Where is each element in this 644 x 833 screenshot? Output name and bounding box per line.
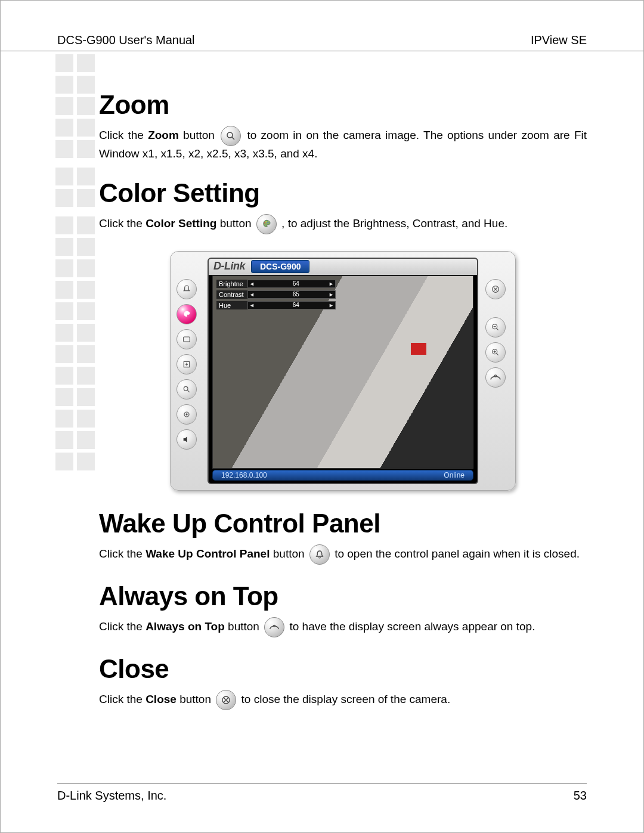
- hue-slider[interactable]: Hue ◄64►: [216, 301, 336, 309]
- bell-button[interactable]: [177, 279, 197, 299]
- contrast-slider[interactable]: Contrast ◄65►: [216, 290, 336, 299]
- camera-viewer: D-Link DCS-G900 Brightne ◄64► Contrast ◄…: [208, 258, 478, 484]
- search-button[interactable]: [177, 379, 197, 400]
- footer-company: D-Link Systems, Inc.: [57, 789, 166, 803]
- always-on-top-icon: [264, 617, 284, 637]
- header-right: IPView SE: [531, 33, 587, 47]
- svg-point-7: [184, 386, 188, 391]
- svg-line-16: [496, 328, 498, 330]
- brand-label: D-Link: [213, 260, 245, 272]
- save-button[interactable]: [177, 354, 197, 374]
- zoom-in-button[interactable]: [485, 342, 506, 363]
- decorative-squares: [55, 54, 97, 474]
- close-icon: [216, 690, 236, 710]
- connection-status: Online: [444, 471, 465, 479]
- svg-point-4: [267, 222, 268, 223]
- zoom-icon: [221, 126, 241, 146]
- close-paragraph: Click the Close button to close the disp…: [99, 690, 587, 710]
- wake-up-icon: [309, 544, 330, 565]
- zoom-paragraph: Click the Zoom button to zoom in on the …: [99, 126, 587, 162]
- right-toolbar: [482, 258, 509, 484]
- brightness-slider[interactable]: Brightne ◄64►: [216, 280, 336, 288]
- wake-heading: Wake Up Control Panel: [99, 509, 587, 538]
- zoom-heading: Zoom: [99, 90, 587, 120]
- svg-point-2: [264, 222, 265, 223]
- svg-line-20: [496, 353, 498, 355]
- always-on-top-paragraph: Click the Always on Top button to have t…: [99, 617, 587, 637]
- view-button[interactable]: [177, 329, 197, 349]
- svg-rect-5: [184, 337, 190, 342]
- model-tag: DCS-G900: [251, 260, 309, 273]
- camera-image: Brightne ◄64► Contrast ◄65► Hue ◄64►: [212, 275, 473, 469]
- ipview-app-window: D-Link DCS-G900 Brightne ◄64► Contrast ◄…: [170, 251, 516, 491]
- svg-point-10: [185, 413, 187, 415]
- svg-line-1: [232, 137, 235, 140]
- svg-point-3: [265, 221, 267, 222]
- close-heading: Close: [99, 654, 587, 684]
- ip-address: 192.168.0.100: [221, 471, 267, 479]
- color-setting-icon: [256, 214, 277, 234]
- zoom-out-button[interactable]: [485, 317, 506, 337]
- exit-sign: [411, 343, 426, 355]
- page-number: 53: [574, 789, 587, 803]
- wake-paragraph: Click the Wake Up Control Panel button t…: [99, 544, 587, 565]
- color-heading: Color Setting: [99, 178, 587, 208]
- color-paragraph: Click the Color Setting button , to adju…: [99, 214, 587, 234]
- status-bar: 192.168.0.100 Online: [212, 470, 473, 481]
- left-toolbar: [177, 258, 204, 484]
- header-left: DCS-G900 User's Manual: [57, 33, 195, 47]
- color-button[interactable]: [177, 304, 197, 324]
- always-on-top-heading: Always on Top: [99, 581, 587, 611]
- svg-line-8: [187, 390, 189, 392]
- always-on-top-button[interactable]: [485, 367, 506, 388]
- record-button[interactable]: [177, 404, 197, 425]
- sound-button[interactable]: [177, 429, 197, 450]
- svg-point-21: [494, 374, 496, 376]
- close-button[interactable]: [485, 279, 506, 299]
